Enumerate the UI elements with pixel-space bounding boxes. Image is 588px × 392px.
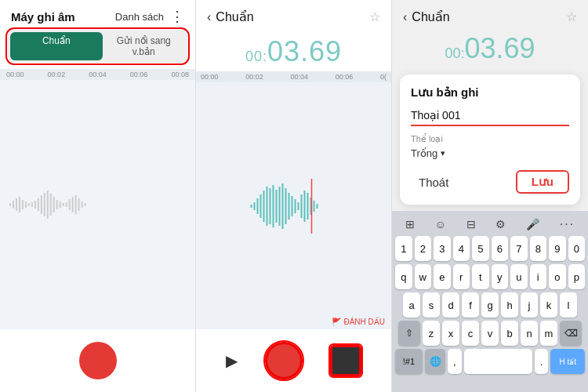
key-r[interactable]: r — [453, 264, 470, 289]
mid-title: Chuẩn — [216, 9, 365, 24]
kb-dots[interactable]: ··· — [560, 217, 575, 231]
key-y[interactable]: y — [492, 264, 509, 289]
svg-rect-28 — [260, 194, 262, 218]
svg-rect-25 — [251, 205, 252, 208]
key-1[interactable]: 1 — [395, 236, 412, 261]
mark-text: ĐÁNH DẤU — [343, 318, 385, 326]
key-7[interactable]: 7 — [510, 236, 528, 261]
kb-icon-2[interactable]: ☺ — [435, 218, 446, 230]
svg-rect-24 — [85, 203, 86, 206]
left-panel: Máy ghi âm Danh sách ⋮ Chuẩn Gửi nổi san… — [0, 0, 196, 392]
key-9[interactable]: 9 — [549, 236, 566, 261]
key-2[interactable]: 2 — [415, 236, 432, 261]
svg-rect-18 — [66, 202, 67, 207]
mid-waveform-container: 🚩 ĐÁNH DẤU — [196, 82, 391, 329]
svg-rect-27 — [257, 198, 259, 214]
list-label[interactable]: Danh sách — [115, 11, 164, 23]
svg-rect-26 — [254, 202, 256, 210]
kb-icon-1[interactable]: ⊞ — [405, 218, 415, 230]
key-d[interactable]: d — [442, 292, 459, 318]
key-c[interactable]: c — [462, 321, 479, 346]
svg-rect-35 — [282, 183, 284, 229]
category-text: Trống — [411, 147, 437, 159]
mid-waveform-svg — [201, 179, 387, 234]
key-p[interactable]: p — [568, 264, 586, 289]
key-m[interactable]: m — [540, 321, 557, 346]
key-0[interactable]: 0 — [568, 236, 586, 261]
category-value[interactable]: Trống ▾ — [411, 147, 569, 159]
save-button[interactable]: Lưu — [516, 170, 569, 194]
svg-rect-12 — [47, 191, 49, 219]
key-5[interactable]: 5 — [472, 236, 489, 261]
comma-key[interactable]: , — [448, 349, 461, 374]
mid-header: ‹ Chuẩn ☆ — [196, 0, 391, 29]
favorite-icon[interactable]: ☆ — [369, 9, 380, 24]
kb-row-numbers: 1 2 3 4 5 6 7 8 9 0 — [395, 236, 585, 261]
key-u[interactable]: u — [510, 264, 528, 289]
play-icon[interactable]: ▶ — [226, 351, 238, 370]
backspace-key[interactable]: ⌫ — [560, 321, 582, 346]
tick-4: 00:08 — [171, 71, 189, 78]
kb-row-bottom: !#1 🌐 , . H tất — [395, 349, 585, 374]
mark-label[interactable]: 🚩 ĐÁNH DẤU — [332, 318, 385, 326]
key-x[interactable]: x — [442, 321, 459, 346]
return-key[interactable]: H tất — [550, 349, 585, 374]
exit-button[interactable]: Thoát — [411, 172, 456, 192]
key-4[interactable]: 4 — [453, 236, 470, 261]
svg-rect-34 — [279, 187, 281, 226]
tick-2: 00:04 — [89, 71, 107, 78]
dropdown-arrow-icon: ▾ — [441, 148, 445, 158]
key-n[interactable]: n — [521, 321, 538, 346]
svg-rect-46 — [317, 204, 318, 209]
svg-rect-23 — [82, 201, 83, 208]
svg-rect-2 — [16, 198, 17, 211]
key-k[interactable]: k — [540, 292, 557, 318]
key-g[interactable]: g — [481, 292, 499, 318]
space-key[interactable] — [464, 349, 532, 374]
key-f[interactable]: f — [462, 292, 479, 318]
kb-icon-4[interactable]: ⚙ — [495, 218, 506, 230]
key-3[interactable]: 3 — [434, 236, 451, 261]
key-w[interactable]: w — [415, 264, 432, 289]
key-z[interactable]: z — [423, 321, 440, 346]
filename-input[interactable] — [411, 107, 569, 126]
keyboard: ⊞ ☺ ⊟ ⚙ 🎤 ··· 1 2 3 4 5 6 7 8 9 0 q w e … — [392, 211, 588, 392]
record-button-left[interactable] — [79, 342, 117, 379]
kb-icon-3[interactable]: ⊟ — [466, 218, 476, 230]
svg-rect-30 — [267, 187, 268, 226]
right-back-icon[interactable]: ‹ — [403, 10, 407, 24]
right-favorite-icon[interactable]: ☆ — [566, 9, 577, 24]
key-s[interactable]: s — [423, 292, 440, 318]
key-6[interactable]: 6 — [492, 236, 509, 261]
svg-rect-38 — [292, 196, 293, 216]
shift-key[interactable]: ⇧ — [398, 321, 420, 346]
key-a[interactable]: a — [403, 292, 420, 318]
stop-button[interactable] — [330, 345, 361, 376]
key-t[interactable]: t — [472, 264, 489, 289]
kb-icon-5[interactable]: 🎤 — [526, 218, 539, 230]
more-options-icon[interactable]: ⋮ — [170, 9, 184, 24]
key-l[interactable]: l — [560, 292, 577, 318]
period-key[interactable]: . — [535, 349, 548, 374]
back-arrow-icon[interactable]: ‹ — [207, 10, 211, 24]
timer-main: 03.69 — [267, 35, 342, 67]
key-i[interactable]: i — [530, 264, 547, 289]
key-v[interactable]: v — [481, 321, 499, 346]
key-8[interactable]: 8 — [530, 236, 547, 261]
key-h[interactable]: h — [501, 292, 518, 318]
symbols-key[interactable]: !#1 — [395, 349, 423, 374]
key-b[interactable]: b — [501, 321, 518, 346]
record-button-mid[interactable] — [265, 342, 303, 379]
tab-convert[interactable]: Gửi nổi sang v.bản — [103, 32, 186, 60]
svg-rect-10 — [41, 195, 42, 214]
tab-chuan[interactable]: Chuẩn — [10, 32, 103, 60]
key-q[interactable]: q — [395, 264, 412, 289]
globe-key[interactable]: 🌐 — [425, 349, 445, 374]
mid-waveform-area: 00:00 00:02 00:04 00:06 0( — [196, 71, 391, 329]
svg-rect-1 — [13, 201, 14, 209]
key-j[interactable]: j — [521, 292, 538, 318]
key-e[interactable]: e — [434, 264, 451, 289]
mode-tabs: Chuẩn Gửi nổi sang v.bản — [8, 30, 187, 63]
key-o[interactable]: o — [549, 264, 566, 289]
waveform-container — [0, 80, 195, 329]
